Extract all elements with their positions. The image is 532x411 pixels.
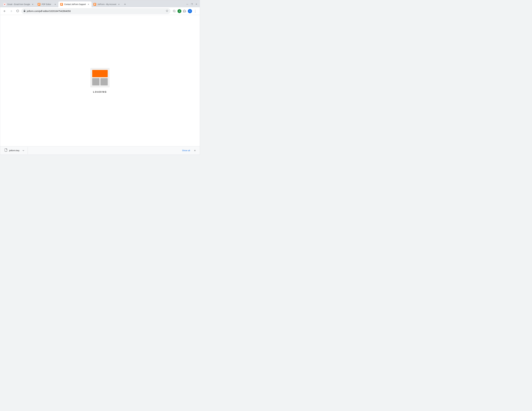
tab-pdf-editor-label: PDF Editor: [42, 3, 53, 6]
svg-marker-3: [166, 10, 168, 12]
more-options-button[interactable]: ⋮: [193, 9, 198, 14]
tab-gmail[interactable]: M Gmail - Email from Google ✕: [1, 1, 36, 7]
logo-bottom-right-block: [100, 78, 108, 85]
tab-contact-jotform-close[interactable]: ✕: [87, 3, 90, 6]
logo-bottom-left-block: [92, 78, 99, 85]
tab-gmail-close[interactable]: ✕: [31, 3, 34, 6]
loading-container: LOADING: [90, 68, 110, 93]
tab-contact-jotform-label: Contact JotForm Support: [64, 3, 86, 6]
jotform-account-favicon-icon: [94, 3, 96, 6]
navigation-bar: jotform.com/pdf-editor/10201647542864056…: [0, 7, 200, 15]
bookmark-star-icon[interactable]: [166, 9, 168, 13]
browser-window: M Gmail - Email from Google ✕ PDF Editor…: [0, 0, 200, 155]
svg-rect-2: [24, 11, 25, 12]
tab-jotform-account-close[interactable]: ✕: [117, 3, 120, 6]
download-bar: jotform.key Show all ✕: [0, 146, 200, 155]
download-file-icon: [5, 149, 8, 152]
svg-rect-5: [5, 149, 7, 151]
logo-top-block: [92, 70, 108, 77]
tab-pdf-editor-close[interactable]: ✕: [54, 3, 57, 6]
gmail-favicon-icon: M: [3, 3, 6, 6]
nav-actions: J A ⋮: [172, 9, 198, 14]
download-item: jotform.key: [3, 147, 28, 154]
show-all-button[interactable]: Show all: [181, 149, 191, 152]
download-filename: jotform.key: [9, 149, 19, 152]
address-bar[interactable]: jotform.com/pdf-editor/10201647542864056: [21, 8, 171, 14]
tab-pdf-editor[interactable]: PDF Editor ✕: [36, 1, 58, 7]
reload-button[interactable]: [15, 9, 20, 14]
search-button[interactable]: [172, 9, 177, 14]
window-controls: — ❐ ✕: [185, 2, 199, 6]
forward-button[interactable]: [9, 9, 14, 14]
title-bar: M Gmail - Email from Google ✕ PDF Editor…: [0, 0, 200, 7]
extensions-button[interactable]: [182, 9, 187, 14]
lock-icon: [24, 10, 26, 12]
minimize-button[interactable]: —: [185, 2, 190, 6]
jotform-extension-icon[interactable]: J: [178, 9, 181, 13]
close-button[interactable]: ✕: [194, 2, 199, 6]
new-tab-button[interactable]: +: [123, 2, 127, 7]
svg-text:M: M: [4, 4, 5, 5]
svg-point-4: [173, 10, 175, 12]
maximize-button[interactable]: ❐: [190, 2, 194, 6]
tab-jotform-account[interactable]: JotForm - My Account ✕: [92, 1, 122, 7]
contact-jotform-favicon-icon: [60, 3, 63, 6]
main-content: LOADING: [0, 15, 200, 146]
profile-avatar[interactable]: A: [188, 9, 192, 13]
tab-contact-jotform[interactable]: Contact JotForm Support ✕: [58, 1, 92, 7]
loading-text: LOADING: [93, 91, 107, 93]
loading-logo: [90, 68, 110, 87]
pdf-editor-favicon-icon: [38, 3, 40, 6]
download-chevron-button[interactable]: [21, 148, 26, 153]
tab-gmail-label: Gmail - Email from Google: [7, 3, 30, 6]
back-button[interactable]: [2, 9, 7, 14]
tab-jotform-account-label: JotForm - My Account: [97, 3, 116, 6]
download-bar-close-button[interactable]: ✕: [193, 148, 197, 153]
url-text: jotform.com/pdf-editor/10201647542864056: [27, 10, 164, 12]
